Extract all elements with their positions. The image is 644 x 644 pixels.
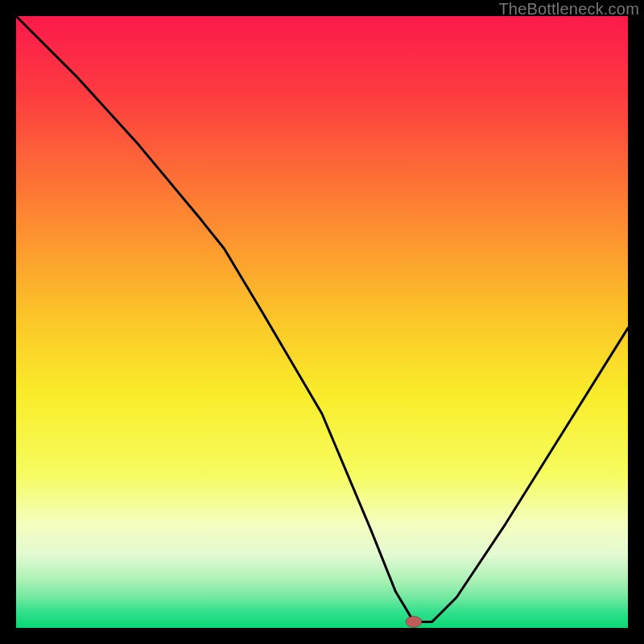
- bottleneck-chart: [16, 16, 628, 628]
- optimal-marker: [406, 616, 422, 627]
- chart-frame: TheBottleneck.com: [0, 0, 644, 644]
- chart-background: [16, 16, 628, 628]
- watermark: TheBottleneck.com: [498, 0, 639, 19]
